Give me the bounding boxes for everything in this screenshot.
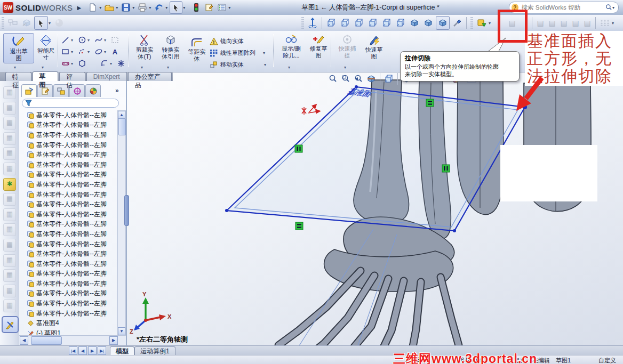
- zoom-fit-icon[interactable]: [326, 73, 339, 85]
- offset-entities-button[interactable]: 等距实 体: [183, 36, 210, 63]
- move-dropdown-icon[interactable]: [264, 62, 266, 67]
- tree-item-base-part[interactable]: 基体零件-人体骨骼--左脚: [20, 239, 117, 249]
- left-toolbar-icon[interactable]: [3, 300, 16, 312]
- selection-box-icon[interactable]: [110, 36, 119, 45]
- view-top-icon[interactable]: [380, 17, 393, 29]
- left-toolbar-icon[interactable]: [3, 163, 16, 175]
- left-toolbar-icon[interactable]: [3, 117, 16, 130]
- smart-dimension-dropdown-icon[interactable]: [42, 65, 44, 70]
- mirror-entities-button[interactable]: 镜向实体: [220, 37, 244, 45]
- circle-dropdown-icon[interactable]: [87, 38, 90, 43]
- fillet-tool-icon[interactable]: [100, 59, 109, 68]
- panel-splitter-handle[interactable]: [124, 195, 129, 226]
- spline-tool-icon[interactable]: [94, 36, 103, 45]
- display-manager-tab[interactable]: [85, 84, 101, 97]
- undo-dropdown-icon[interactable]: [165, 5, 167, 10]
- note-feature-icon[interactable]: [581, 17, 593, 29]
- print-button[interactable]: [137, 2, 148, 13]
- line-dropdown-icon[interactable]: [71, 38, 73, 43]
- tree-item-plane[interactable]: 基准面4: [20, 318, 117, 328]
- vertical-scroll-thumb[interactable]: [118, 118, 126, 135]
- tree-item-base-part[interactable]: 基体零件-人体骨骼--左脚: [20, 110, 117, 120]
- tab-dimxpert[interactable]: DimXpert: [86, 72, 127, 81]
- tree-item-base-part[interactable]: 基体零件-人体骨骼--左脚: [20, 170, 117, 180]
- polygon-tool-icon[interactable]: [77, 59, 86, 68]
- view-trimetric-icon[interactable]: [422, 17, 435, 29]
- text-tool-icon[interactable]: A: [110, 47, 119, 56]
- last-tab-icon[interactable]: ▶|: [98, 346, 106, 355]
- linear-pattern-dropdown-icon[interactable]: [263, 51, 265, 55]
- select-cursor-button[interactable]: [34, 16, 48, 30]
- options-list-button[interactable]: [216, 2, 228, 13]
- rectangle-dropdown-icon[interactable]: [71, 50, 73, 54]
- active-sketch-tool-button[interactable]: [2, 316, 19, 333]
- feature-manager-tab[interactable]: [21, 84, 37, 97]
- trim-dropdown-icon[interactable]: [141, 65, 143, 70]
- repair-sketch-button[interactable]: 修复草 图: [305, 33, 332, 60]
- print-dropdown-icon[interactable]: [149, 5, 151, 10]
- arc-dropdown-icon[interactable]: [87, 50, 90, 54]
- tree-item-base-part[interactable]: 基体零件-人体骨骼--左脚: [20, 229, 117, 239]
- linear-pattern-button[interactable]: 线性草图阵列: [220, 49, 255, 57]
- view-isometric-icon[interactable]: [408, 17, 421, 29]
- tree-item-base-part[interactable]: 基体零件-人体骨骼--左脚: [20, 140, 117, 150]
- tree-item-base-part[interactable]: 基体零件-人体骨骼--左脚: [20, 259, 117, 269]
- edit-part-dropdown-icon[interactable]: [489, 21, 491, 26]
- pattern-888-icon[interactable]: [598, 17, 611, 29]
- prev-tab-icon[interactable]: ◀: [78, 346, 87, 355]
- toolbar-grip[interactable]: [301, 17, 304, 29]
- quick-snaps-button[interactable]: 快速捕 捉: [334, 33, 361, 60]
- options-dropdown-icon[interactable]: [228, 5, 230, 10]
- rectangle-tool-icon[interactable]: [61, 47, 70, 56]
- layout-sketch-icon[interactable]: [6, 17, 19, 29]
- left-toolbar-icon[interactable]: [3, 132, 16, 145]
- copy-feature-icon[interactable]: [558, 17, 570, 29]
- tab-features[interactable]: 特征: [5, 72, 31, 81]
- save-dropdown-icon[interactable]: [132, 5, 134, 10]
- smart-dimension-button[interactable]: 智能尺 寸: [33, 33, 59, 62]
- undo-button[interactable]: [153, 2, 165, 13]
- menu-expand-icon[interactable]: ▶: [77, 5, 82, 11]
- edit-part-icon[interactable]: [475, 17, 488, 29]
- tree-filter-box[interactable]: [22, 99, 119, 108]
- scroll-up-icon[interactable]: ▲: [118, 111, 125, 119]
- tree-item-base-part[interactable]: 基体零件-人体骨骼--左脚: [20, 289, 117, 299]
- select-cursor-dropdown-icon[interactable]: [49, 21, 51, 26]
- convert-dropdown-icon[interactable]: [167, 65, 169, 70]
- tree-item-base-part[interactable]: 基体零件-人体骨骼--左脚: [20, 180, 117, 190]
- arc-tool-icon[interactable]: [77, 47, 86, 56]
- graphics-area[interactable]: [126, 72, 623, 345]
- scroll-right-icon[interactable]: ▶: [109, 336, 118, 345]
- tree-item-base-part[interactable]: 基体零件-人体骨骼--左脚: [20, 199, 117, 209]
- display-relations-dropdown-icon[interactable]: [288, 65, 290, 70]
- tree-item-base-part[interactable]: 基体零件-人体骨骼--左脚: [20, 220, 117, 230]
- left-toolbar-icon[interactable]: [3, 147, 16, 160]
- line-tool-icon[interactable]: [61, 36, 70, 45]
- select-dropdown-icon[interactable]: [183, 5, 185, 10]
- search-input[interactable]: [521, 4, 605, 11]
- tree-item-base-part[interactable]: 基体零件-人体骨骼--左脚: [20, 249, 117, 259]
- new-document-button[interactable]: [87, 2, 99, 13]
- quick-snaps-dropdown-icon[interactable]: [344, 65, 346, 70]
- previous-view-icon[interactable]: [352, 73, 365, 85]
- tree-item-base-part[interactable]: 基体零件-人体骨骼--左脚: [20, 120, 117, 131]
- tree-item-base-part[interactable]: 基体零件-人体骨骼--左脚: [20, 209, 117, 220]
- tree-item-base-part[interactable]: 基体零件-人体骨骼--左脚: [20, 269, 117, 279]
- file-properties-button[interactable]: [203, 2, 215, 13]
- view-front-icon[interactable]: [325, 17, 338, 29]
- left-toolbar-icon[interactable]: [3, 193, 16, 206]
- left-toolbar-icon[interactable]: [3, 239, 16, 252]
- tree-item-base-part[interactable]: 基体零件-人体骨骼--左脚: [20, 130, 117, 140]
- scroll-left-icon[interactable]: ◀: [20, 336, 28, 345]
- view-left-icon[interactable]: [353, 17, 365, 29]
- convert-entities-button[interactable]: 转换实 体引用: [157, 33, 185, 61]
- view-back-icon[interactable]: [339, 17, 352, 29]
- tree-item-base-part[interactable]: 基体零件-人体骨骼--左脚: [20, 160, 117, 170]
- next-tab-icon[interactable]: ▶: [88, 346, 97, 355]
- first-tab-icon[interactable]: |◀: [69, 346, 77, 355]
- tree-horizontal-scrollbar[interactable]: ◀ ▶: [19, 335, 126, 345]
- search-dropdown-icon[interactable]: [612, 5, 614, 10]
- tree-item-base-part[interactable]: 基体零件-人体骨骼--左脚: [20, 309, 117, 319]
- fillet-dropdown-icon[interactable]: [110, 61, 112, 66]
- save-button[interactable]: [120, 2, 132, 13]
